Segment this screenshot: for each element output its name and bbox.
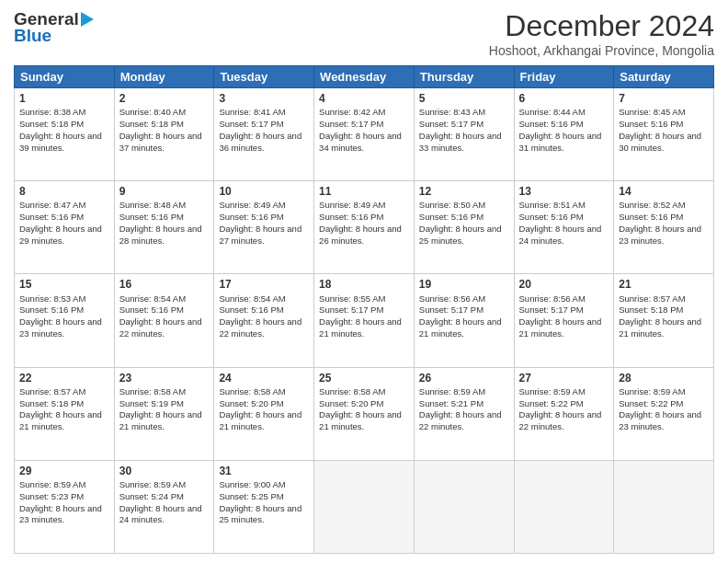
col-sunday: Sunday (15, 66, 115, 88)
sunrise-label: Sunrise: 8:59 AM (119, 479, 186, 489)
daylight-label: Daylight: 8 hours and 25 minutes. (419, 224, 502, 246)
calendar-cell: 10Sunrise: 8:49 AMSunset: 5:16 PMDayligh… (214, 181, 314, 274)
daylight-label: Daylight: 8 hours and 22 minutes. (119, 316, 202, 339)
daylight-label: Daylight: 8 hours and 21 minutes. (319, 409, 402, 431)
calendar-cell: 6Sunrise: 8:44 AMSunset: 5:16 PMDaylight… (514, 88, 614, 181)
sunset-label: Sunset: 5:17 PM (219, 119, 283, 129)
daylight-label: Daylight: 8 hours and 22 minutes. (219, 316, 301, 339)
sunrise-label: Sunrise: 8:56 AM (419, 293, 485, 304)
sunset-label: Sunset: 5:21 PM (419, 398, 483, 408)
sunrise-label: Sunrise: 8:54 AM (219, 293, 285, 304)
sunrise-label: Sunrise: 8:56 AM (519, 293, 586, 304)
month-title: December 2024 (489, 9, 714, 43)
sunrise-label: Sunrise: 8:59 AM (19, 479, 85, 489)
calendar-cell: 20Sunrise: 8:56 AMSunset: 5:17 PMDayligh… (514, 274, 614, 367)
day-number: 15 (19, 277, 109, 292)
calendar-cell: 31Sunrise: 9:00 AMSunset: 5:25 PMDayligh… (214, 460, 314, 553)
sunset-label: Sunset: 5:18 PM (19, 119, 84, 129)
sunset-label: Sunset: 5:17 PM (319, 304, 383, 315)
calendar-header-row: Sunday Monday Tuesday Wednesday Thursday… (15, 66, 714, 88)
calendar-cell: 25Sunrise: 8:58 AMSunset: 5:20 PMDayligh… (314, 367, 415, 460)
calendar-cell: 13Sunrise: 8:51 AMSunset: 5:16 PMDayligh… (514, 181, 614, 274)
daylight-label: Daylight: 8 hours and 27 minutes. (219, 224, 301, 246)
day-number: 27 (519, 371, 609, 385)
day-number: 10 (219, 184, 309, 199)
day-number: 3 (219, 91, 309, 106)
day-number: 17 (219, 277, 309, 292)
calendar-cell: 8Sunrise: 8:47 AMSunset: 5:16 PMDaylight… (15, 181, 115, 274)
day-number: 6 (519, 91, 609, 106)
daylight-label: Daylight: 8 hours and 23 minutes. (19, 316, 102, 339)
daylight-label: Daylight: 8 hours and 21 minutes. (519, 316, 602, 339)
daylight-label: Daylight: 8 hours and 24 minutes. (519, 224, 602, 246)
calendar-cell: 23Sunrise: 8:58 AMSunset: 5:19 PMDayligh… (114, 367, 214, 460)
sunrise-label: Sunrise: 8:41 AM (219, 107, 285, 117)
calendar-cell: 27Sunrise: 8:59 AMSunset: 5:22 PMDayligh… (514, 367, 614, 460)
calendar-row-5: 29Sunrise: 8:59 AMSunset: 5:23 PMDayligh… (15, 460, 714, 553)
sunset-label: Sunset: 5:16 PM (419, 212, 483, 222)
daylight-label: Daylight: 8 hours and 28 minutes. (119, 224, 202, 246)
sunrise-label: Sunrise: 8:58 AM (219, 386, 285, 396)
day-number: 25 (319, 371, 409, 385)
calendar-cell: 7Sunrise: 8:45 AMSunset: 5:16 PMDaylight… (614, 88, 714, 181)
day-number: 30 (119, 464, 210, 478)
sunset-label: Sunset: 5:16 PM (119, 212, 184, 222)
sunset-label: Sunset: 5:17 PM (419, 119, 483, 129)
daylight-label: Daylight: 8 hours and 25 minutes. (219, 503, 301, 525)
daylight-label: Daylight: 8 hours and 22 minutes. (519, 409, 602, 431)
sunrise-label: Sunrise: 8:51 AM (519, 200, 586, 210)
sunset-label: Sunset: 5:16 PM (619, 212, 683, 222)
sunrise-label: Sunrise: 8:45 AM (619, 107, 685, 117)
logo-arrow-icon (81, 12, 94, 27)
day-number: 18 (319, 277, 409, 292)
day-number: 21 (619, 277, 709, 292)
sunset-label: Sunset: 5:22 PM (519, 398, 584, 408)
sunset-label: Sunset: 5:23 PM (19, 491, 84, 501)
day-number: 20 (519, 277, 609, 292)
daylight-label: Daylight: 8 hours and 29 minutes. (19, 224, 102, 246)
calendar-cell: 14Sunrise: 8:52 AMSunset: 5:16 PMDayligh… (614, 181, 714, 274)
sunset-label: Sunset: 5:17 PM (519, 304, 584, 315)
daylight-label: Daylight: 8 hours and 21 minutes. (319, 316, 402, 339)
calendar-cell: 17Sunrise: 8:54 AMSunset: 5:16 PMDayligh… (214, 274, 314, 367)
sunset-label: Sunset: 5:25 PM (219, 491, 283, 501)
logo: General Blue (14, 9, 94, 46)
day-number: 2 (119, 91, 210, 106)
sunrise-label: Sunrise: 8:53 AM (19, 293, 85, 304)
col-saturday: Saturday (614, 66, 714, 88)
sunset-label: Sunset: 5:18 PM (619, 304, 683, 315)
calendar-cell: 2Sunrise: 8:40 AMSunset: 5:18 PMDaylight… (114, 88, 214, 181)
sunrise-label: Sunrise: 8:50 AM (419, 200, 485, 210)
day-number: 16 (119, 277, 210, 292)
sunrise-label: Sunrise: 8:44 AM (519, 107, 586, 117)
day-number: 1 (19, 91, 109, 106)
calendar-cell: 11Sunrise: 8:49 AMSunset: 5:16 PMDayligh… (314, 181, 415, 274)
daylight-label: Daylight: 8 hours and 34 minutes. (319, 131, 402, 153)
day-number: 19 (419, 277, 509, 292)
calendar-cell: 28Sunrise: 8:59 AMSunset: 5:22 PMDayligh… (614, 367, 714, 460)
sunset-label: Sunset: 5:16 PM (319, 212, 383, 222)
sunset-label: Sunset: 5:17 PM (319, 119, 383, 129)
daylight-label: Daylight: 8 hours and 21 minutes. (219, 409, 301, 431)
calendar-cell: 16Sunrise: 8:54 AMSunset: 5:16 PMDayligh… (114, 274, 214, 367)
daylight-label: Daylight: 8 hours and 31 minutes. (519, 131, 602, 153)
daylight-label: Daylight: 8 hours and 23 minutes. (19, 503, 102, 525)
daylight-label: Daylight: 8 hours and 26 minutes. (319, 224, 402, 246)
calendar-cell: 5Sunrise: 8:43 AMSunset: 5:17 PMDaylight… (414, 88, 514, 181)
logo-blue: Blue (14, 26, 51, 46)
sunrise-label: Sunrise: 8:40 AM (119, 107, 186, 117)
sunrise-label: Sunrise: 8:47 AM (19, 200, 85, 210)
day-number: 12 (419, 184, 509, 199)
sunset-label: Sunset: 5:17 PM (419, 304, 483, 315)
calendar-row-1: 1Sunrise: 8:38 AMSunset: 5:18 PMDaylight… (15, 88, 714, 181)
sunrise-label: Sunrise: 8:38 AM (19, 107, 85, 117)
sunrise-label: Sunrise: 8:57 AM (19, 386, 85, 396)
sunset-label: Sunset: 5:18 PM (119, 119, 184, 129)
col-thursday: Thursday (414, 66, 514, 88)
day-number: 14 (619, 184, 709, 199)
day-number: 7 (619, 91, 709, 106)
sunrise-label: Sunrise: 8:58 AM (319, 386, 385, 396)
sunrise-label: Sunrise: 8:59 AM (519, 386, 586, 396)
sunset-label: Sunset: 5:16 PM (619, 119, 683, 129)
sunset-label: Sunset: 5:19 PM (119, 398, 184, 408)
